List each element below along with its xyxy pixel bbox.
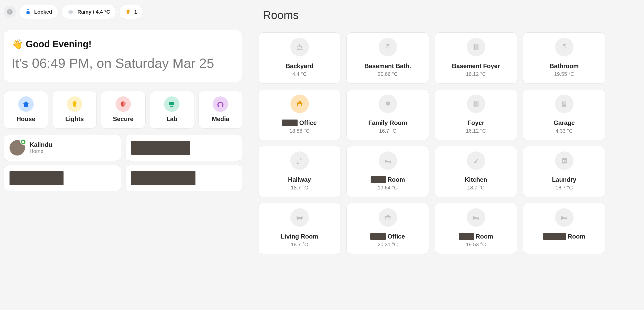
redacted-prefix [459, 233, 474, 240]
room-name: Hallway [288, 176, 311, 183]
room-temperature: 18.7 °C [291, 185, 308, 191]
room-card[interactable]: Office 20.31 °C [346, 203, 429, 254]
redacted-prefix [282, 120, 298, 126]
room-card[interactable]: Room [523, 203, 605, 254]
bulb-icon [125, 9, 131, 15]
desk-icon [290, 95, 309, 113]
room-temperature: 20.31 °C [378, 242, 398, 248]
room-card[interactable]: Basement Bath. 20.66 °C [346, 32, 429, 84]
greeting-title: Good Evening! [26, 39, 92, 50]
room-temperature: 18.7 °C [291, 242, 308, 248]
room-name: Laundry [552, 176, 576, 183]
lamp-icon [290, 151, 309, 170]
door-icon [467, 38, 485, 56]
room-temperature: 4.33 °C [556, 128, 573, 134]
shield-icon [115, 96, 131, 112]
alert-icon [6, 8, 13, 15]
room-temperature: 20.66 °C [378, 71, 398, 77]
garage-icon [555, 95, 574, 113]
washer-icon [555, 151, 574, 170]
room-card[interactable]: Family Room 16.7 °C [346, 89, 429, 140]
room-card[interactable]: Basement Foyer 16.12 °C [435, 32, 517, 84]
person-card[interactable] [125, 135, 243, 161]
weather-chip[interactable]: Rainy / 4.4 °C [61, 5, 116, 19]
shower-icon [379, 38, 397, 56]
room-name: Office [282, 119, 317, 126]
lock-chip-label: Locked [34, 9, 52, 15]
redacted-prefix [370, 233, 386, 240]
redacted-prefix [543, 233, 566, 240]
person-card[interactable]: Kalindu Home [4, 135, 121, 161]
person-card[interactable] [125, 165, 243, 191]
bed-icon [555, 208, 574, 227]
bed-icon [379, 151, 397, 170]
nav-tile-lab[interactable]: Lab [150, 91, 194, 129]
shower-icon [555, 38, 574, 56]
nav-tile-label: House [16, 115, 35, 123]
room-temperature: 19.53 °C [466, 242, 486, 248]
redacted-content [131, 141, 190, 155]
lock-icon [25, 9, 31, 15]
room-card[interactable]: Foyer 16.12 °C [435, 89, 517, 140]
room-name: Backyard [285, 62, 313, 70]
room-name: Family Room [368, 119, 407, 126]
room-name: Basement Foyer [452, 62, 500, 70]
room-temperature: 19.55 °C [554, 71, 574, 77]
door-icon [467, 95, 485, 113]
room-name: Garage [553, 119, 575, 126]
couch-icon [290, 208, 309, 227]
avatar [10, 140, 25, 156]
nav-tile-label: Secure [113, 115, 133, 123]
room-temperature: 16.7 °C [379, 128, 396, 134]
room-card[interactable]: Garage 4.33 °C [523, 89, 605, 140]
person-state: Home [30, 148, 52, 154]
person-name: Kalindu [30, 141, 52, 148]
desk-icon [379, 208, 397, 227]
alert-chip[interactable] [4, 6, 16, 18]
bulb-icon [67, 96, 82, 112]
room-name: Basement Bath. [364, 62, 411, 70]
greeting-time: It's 06:49 PM, on Saturday Mar 25 [12, 56, 235, 71]
room-temperature: 19.64 °C [378, 185, 398, 191]
room-name: Kitchen [464, 176, 487, 183]
room-name: Office [370, 233, 405, 240]
weather-chip-label: Rainy / 4.4 °C [77, 9, 110, 15]
nav-tile-secure[interactable]: Secure [101, 91, 145, 129]
room-name: Room [371, 176, 405, 183]
room-name: Room [543, 233, 585, 240]
room-card[interactable]: Kitchen 18.7 °C [435, 146, 517, 197]
room-card[interactable]: Backyard 4.4 °C [258, 32, 341, 84]
lights-on-chip[interactable]: 1 [119, 5, 143, 19]
house-icon [18, 96, 34, 112]
wave-icon: 👋 [12, 39, 23, 50]
room-name: Room [459, 233, 493, 240]
home-badge-icon [20, 139, 26, 145]
room-name: Bathroom [550, 62, 579, 70]
room-card[interactable]: Bathroom 19.55 °C [523, 32, 605, 84]
nav-tile-media[interactable]: Media [198, 91, 243, 129]
weather-icon [67, 8, 74, 15]
room-card[interactable]: Laundry 16.7 °C [523, 146, 605, 197]
nav-tile-label: Lab [166, 115, 177, 123]
bed-icon [467, 208, 485, 227]
room-card[interactable]: Room 19.53 °C [435, 203, 517, 254]
room-temperature: 18.7 °C [467, 185, 485, 191]
room-temperature: 16.7 °C [556, 185, 573, 191]
room-temperature: 16.12 °C [466, 71, 486, 77]
room-card[interactable]: Hallway 18.7 °C [258, 146, 341, 197]
room-card[interactable]: Office 18.88 °C [258, 89, 341, 140]
redacted-content [131, 171, 195, 185]
monitor-icon [164, 96, 180, 112]
nav-tile-lights[interactable]: Lights [52, 91, 97, 129]
room-temperature: 16.12 °C [466, 128, 486, 134]
rooms-heading: Rooms [263, 9, 605, 22]
redacted-content [10, 171, 64, 185]
room-card[interactable]: Room 19.64 °C [346, 146, 429, 197]
nav-tile-house[interactable]: House [4, 91, 48, 129]
nav-tile-label: Lights [65, 115, 84, 123]
lock-chip[interactable]: Locked [19, 5, 58, 19]
sofa-icon [379, 95, 397, 113]
person-card[interactable] [4, 165, 121, 191]
lights-on-count: 1 [134, 9, 137, 15]
room-card[interactable]: Living Room 18.7 °C [258, 203, 341, 254]
